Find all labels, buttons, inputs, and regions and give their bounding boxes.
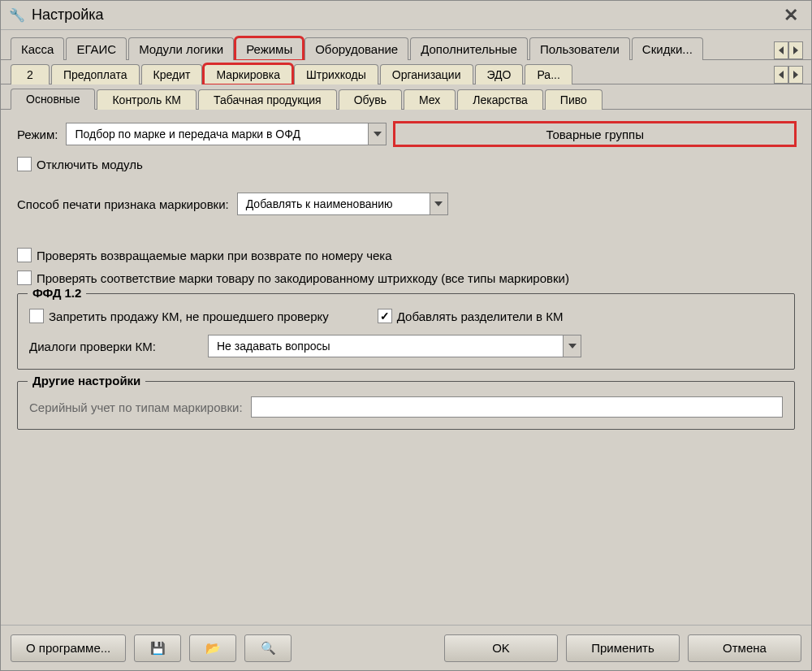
mode-combo-text: Подбор по марке и передача марки в ОФД (67, 123, 368, 145)
tab2-0[interactable]: 2 (11, 64, 50, 84)
content-area: Режим: Подбор по марке и передача марки … (1, 110, 811, 625)
menu-tab-2[interactable]: Модули логики (128, 37, 234, 60)
bottom-toolbar: О программе... 💾 📂 🔍 OK Применить Отмена (1, 625, 811, 670)
open-button[interactable]: 📂 (189, 634, 236, 662)
tab2-5[interactable]: Организации (380, 64, 473, 84)
tab2-1[interactable]: Предоплата (51, 64, 140, 84)
tabs2-scroll-left[interactable] (774, 66, 788, 84)
tab3-4[interactable]: Мех (404, 89, 456, 110)
tab3-2[interactable]: Табачная продукция (198, 89, 337, 110)
dialogs-combo-button[interactable] (563, 336, 581, 357)
floppy-icon: 💾 (150, 641, 166, 656)
app-icon: 🔧 (9, 7, 25, 23)
disable-module-label: Отключить модуль (37, 158, 143, 171)
add-separators-label: Добавлять разделители в КМ (397, 310, 564, 323)
serial-label: Серийный учет по типам маркировки: (29, 400, 243, 414)
tab3-1[interactable]: Контроль КМ (97, 89, 197, 110)
search-icon: 🔍 (261, 641, 276, 656)
tab2-4[interactable]: Штрихкоды (294, 64, 378, 84)
check-returned-checkbox[interactable] (17, 248, 32, 262)
tab2-3[interactable]: Маркировка (204, 64, 292, 84)
cancel-button[interactable]: Отмена (688, 634, 801, 662)
menu-tab-0[interactable]: Касса (11, 37, 64, 60)
ok-button-label: OK (492, 641, 510, 655)
close-button[interactable]: ✕ (779, 5, 803, 26)
disable-module-checkbox[interactable] (17, 157, 32, 171)
titlebar: 🔧 Настройка ✕ (1, 1, 811, 30)
tabs-level3: ОсновныеКонтроль КМТабачная продукцияОбу… (1, 84, 811, 110)
forbid-sale-label: Запретить продажу КМ, не прошедшего пров… (49, 310, 329, 323)
tab3-0[interactable]: Основные (11, 89, 95, 110)
other-legend: Другие настройки (28, 374, 145, 387)
tab3-6[interactable]: Пиво (545, 89, 603, 110)
menu-tab-7[interactable]: Скидки... (632, 37, 703, 60)
print-method-label: Способ печати признака маркировки: (17, 197, 229, 211)
ok-button[interactable]: OK (444, 634, 558, 662)
mode-label: Режим: (17, 128, 58, 141)
check-match-label: Проверять соответствие марки товару по з… (37, 271, 569, 285)
ffd-legend: ФФД 1.2 (28, 286, 86, 300)
about-button-label: О программе... (26, 641, 110, 655)
check-returned-label: Проверять возвращаемые марки при возврат… (37, 249, 392, 262)
menu-tab-4[interactable]: Оборудование (304, 37, 408, 60)
other-fieldset: Другие настройки Серийный учет по типам … (17, 381, 795, 430)
tab2-2[interactable]: Кредит (141, 64, 203, 84)
menu-tab-3[interactable]: Режимы (235, 37, 303, 60)
main-menu: КассаЕГАИСМодули логикиРежимыОборудовани… (1, 30, 811, 60)
dialogs-label: Диалоги проверки КМ: (29, 340, 200, 353)
ffd-fieldset: ФФД 1.2 Запретить продажу КМ, не прошедш… (17, 293, 795, 370)
print-method-combo-text: Добавлять к наименованию (238, 193, 430, 214)
menu-scroll-right[interactable] (788, 41, 803, 59)
print-method-combo[interactable]: Добавлять к наименованию (237, 193, 448, 215)
apply-button[interactable]: Применить (566, 634, 680, 662)
tab3-3[interactable]: Обувь (339, 89, 402, 110)
tab2-6[interactable]: ЭДО (475, 64, 524, 84)
print-method-combo-button[interactable] (430, 193, 447, 214)
mode-combo-button[interactable] (368, 123, 386, 145)
cancel-button-label: Отмена (723, 641, 767, 655)
about-button[interactable]: О программе... (11, 634, 126, 662)
tabs2-scroll-right[interactable] (788, 66, 803, 84)
forbid-sale-checkbox[interactable] (29, 309, 44, 323)
product-groups-button[interactable]: Товарные группы (395, 123, 795, 145)
product-groups-button-label: Товарные группы (546, 128, 644, 141)
tab2-7[interactable]: Ра... (525, 64, 572, 84)
check-match-checkbox[interactable] (17, 271, 32, 285)
menu-tab-1[interactable]: ЕГАИС (66, 37, 127, 60)
folder-icon: 📂 (205, 641, 221, 656)
mode-combo[interactable]: Подбор по марке и передача марки в ОФД (66, 123, 387, 145)
tab3-5[interactable]: Лекарства (457, 89, 542, 110)
menu-scroll-left[interactable] (774, 41, 788, 59)
save-button[interactable]: 💾 (134, 634, 181, 662)
add-separators-checkbox[interactable] (378, 309, 392, 323)
dialogs-combo[interactable]: Не задавать вопросы (208, 335, 581, 357)
menu-tab-5[interactable]: Дополнительные (410, 37, 528, 60)
window-title: Настройка (32, 6, 772, 24)
dialogs-combo-text: Не задавать вопросы (209, 336, 563, 357)
serial-textbox[interactable] (251, 396, 783, 418)
search-button[interactable]: 🔍 (244, 634, 292, 662)
menu-tab-6[interactable]: Пользователи (529, 37, 630, 60)
apply-button-label: Применить (591, 641, 654, 655)
tabs-level2: 2ПредоплатаКредитМаркировкаШтрихкодыОрга… (1, 60, 811, 84)
